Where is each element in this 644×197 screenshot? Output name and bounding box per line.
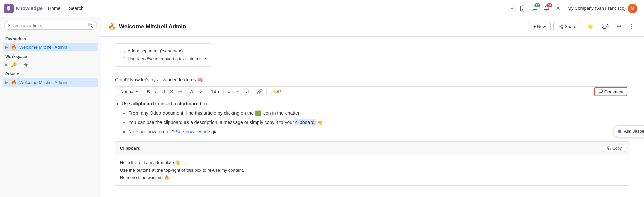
advanced-title: Got it? Now let's try advanced features …: [115, 77, 630, 82]
new-button[interactable]: + New: [528, 22, 551, 31]
comment-header-button[interactable]: 💬: [599, 22, 611, 31]
checklist-button[interactable]: ☑: [243, 88, 251, 95]
unordered-list-button[interactable]: ≡: [225, 88, 232, 95]
link-button[interactable]: 🔗: [255, 88, 265, 95]
chevron-icon: ▶: [5, 63, 8, 67]
separator-checkbox[interactable]: [121, 49, 125, 53]
notification-icon[interactable]: 58: [542, 4, 552, 13]
copy-label: Copy: [612, 146, 622, 151]
clipboard-code: clipboard: [133, 101, 154, 106]
clipboard-line-3: No more time wasted! 🔥: [120, 174, 625, 181]
sidebar: 🔍 Favourites ▶ 🔥 Welcome Mitchell Admin …: [0, 17, 101, 197]
italic-button[interactable]: I: [153, 88, 158, 95]
clipboard-body: Hello there, I am a template 👋 Use the b…: [115, 155, 630, 185]
ai-button[interactable]: ✨AI: [268, 88, 283, 95]
svg-line-5: [560, 27, 562, 27]
bold-button[interactable]: B: [145, 88, 152, 95]
svg-line-6: [560, 25, 562, 26]
sidebar-item-label: Help: [19, 62, 96, 67]
toolbar-divider-6: [266, 89, 267, 95]
item-emoji: 🔥: [11, 44, 17, 50]
private-section-label: Private: [0, 69, 101, 78]
sub-bullet-3: Not sure how to do it? See how it works …: [128, 128, 630, 136]
company-selector[interactable]: My Company (San Francisco) M: [565, 4, 640, 13]
user-avatar: M: [628, 4, 637, 13]
red-dot-icon[interactable]: ●: [509, 5, 515, 12]
hint-text-1: Add a separator (/separator): [128, 47, 183, 55]
jasper-label: Ask Jasper: [624, 128, 644, 135]
sub-bullet-2: You can use the clipboard as a descripti…: [128, 118, 630, 127]
clipboard-highlight: clipboard!: [295, 119, 316, 125]
svg-point-2: [562, 25, 563, 26]
editor-content: Use /clipboard to insert a clipboard box…: [115, 100, 630, 186]
hint-row-2: Use /heading to convert a text into a ti…: [121, 55, 206, 63]
toolbar-divider-1: [143, 89, 143, 95]
logo-icon: [4, 4, 14, 13]
svg-rect-7: [608, 148, 611, 150]
advanced-section: Got it? Now let's try advanced features …: [115, 77, 630, 186]
chevron-icon: ▶: [5, 45, 8, 49]
clipboard-bold: clipboard: [177, 101, 199, 106]
app-name: Knowledge: [16, 5, 43, 11]
heading-checkbox[interactable]: [121, 57, 125, 61]
hint-box: Add a separator (/separator) Use /headin…: [115, 43, 212, 67]
clipboard-header: Clipboard Copy: [115, 142, 630, 155]
article-title: Welcome Mitchell Admin: [119, 23, 186, 30]
phone-icon[interactable]: [517, 4, 527, 13]
comment-button[interactable]: Comment: [594, 87, 627, 96]
font-color-button[interactable]: A: [188, 88, 195, 95]
sidebar-item-welcome-favourite[interactable]: ▶ 🔥 Welcome Mitchell Admin: [3, 43, 98, 51]
eraser-button[interactable]: ✏: [176, 88, 184, 95]
format-select[interactable]: Normal ▼: [118, 88, 141, 95]
hint-text-2: Use /heading to convert a text into a ti…: [128, 55, 206, 63]
top-navigation: Knowledge Home Search ● 13 58 ✕ My Compa…: [0, 0, 644, 17]
company-name: My Company (San Francisco): [568, 6, 626, 11]
toolbar-divider-4: [223, 89, 224, 95]
chevron-icon: ▶: [5, 80, 8, 85]
format-select-value: Normal: [120, 89, 134, 94]
sidebar-search-box[interactable]: 🔍: [4, 21, 97, 30]
share-button[interactable]: Share: [553, 22, 581, 31]
see-how-link[interactable]: See how it works: [176, 129, 212, 134]
app-logo[interactable]: Knowledge: [4, 4, 43, 13]
sidebar-item-welcome-private[interactable]: ▶ 🔥 Welcome Mitchell Admin: [3, 78, 98, 87]
favourites-section-label: Favourites: [0, 34, 101, 43]
toolbar-divider-5: [253, 89, 253, 95]
topnav-icon-group: ● 13 58 ✕: [509, 4, 562, 13]
chat-icon[interactable]: 13: [529, 4, 540, 13]
search-input[interactable]: [8, 23, 88, 28]
item-emoji: 🔑: [11, 62, 17, 67]
sidebar-item-label: Welcome Mitchell Admin: [19, 45, 96, 50]
more-options-button[interactable]: ⋮: [626, 22, 637, 31]
main-content: 🔥 Welcome Mitchell Admin + New Share ⭐ 💬…: [101, 17, 644, 197]
close-nav-icon[interactable]: ✕: [554, 4, 562, 13]
svg-point-1: [522, 9, 523, 10]
formatting-toolbar: Normal ▼ B I U S ✏ A 🖊 14 ▾ ≡ ☰: [115, 86, 630, 97]
article-title-area: 🔥 Welcome Mitchell Admin: [108, 23, 525, 30]
bullet-clipboard: Use /clipboard to insert a clipboard box…: [122, 100, 630, 136]
nav-search[interactable]: Search: [66, 4, 86, 13]
sidebar-item-label: Welcome Mitchell Admin: [19, 80, 96, 85]
font-size-button[interactable]: 14 ▾: [209, 88, 222, 95]
sidebar-item-help[interactable]: ▶ 🔑 Help: [0, 60, 101, 69]
copy-button[interactable]: Copy: [603, 145, 625, 152]
chevron-down-icon: ▼: [135, 90, 139, 93]
workspace-section-label: Workspace: [0, 51, 101, 60]
toolbar-divider-2: [186, 89, 186, 95]
strikethrough-button[interactable]: S: [168, 88, 175, 95]
article-header: 🔥 Welcome Mitchell Admin + New Share ⭐ 💬…: [101, 17, 644, 37]
article-emoji: 🔥: [108, 23, 116, 30]
underline-button[interactable]: U: [159, 88, 167, 95]
clipboard-line-1: Hello there, I am a template 👋: [120, 159, 625, 167]
notification-badge: 58: [546, 3, 552, 7]
star-button[interactable]: ⭐: [584, 22, 596, 31]
history-button[interactable]: ↩: [614, 22, 624, 31]
search-icon[interactable]: 🔍: [88, 23, 93, 28]
highlight-button[interactable]: 🖊: [196, 88, 205, 95]
nav-home[interactable]: Home: [45, 4, 63, 13]
jasper-popup[interactable]: Ask Jasper: [613, 125, 644, 137]
clipboard-line-2: Use the buttons at the top-right of this…: [120, 167, 625, 174]
svg-point-4: [562, 27, 563, 29]
editor-area: Add a separator (/separator) Use /headin…: [101, 37, 644, 197]
ordered-list-button[interactable]: ☰: [233, 88, 242, 95]
